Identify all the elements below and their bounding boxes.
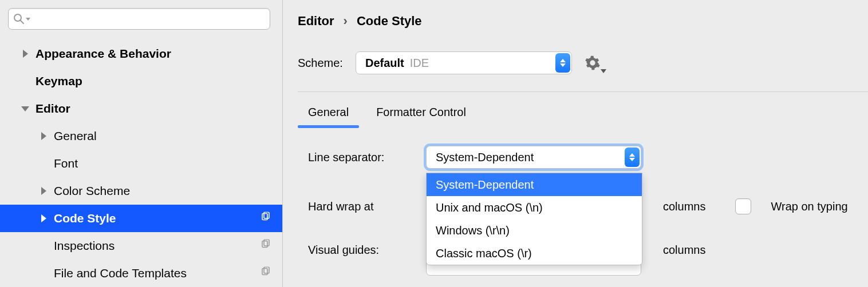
tree-item-color-scheme[interactable]: Color Scheme — [0, 177, 282, 205]
svg-rect-2 — [262, 214, 267, 220]
columns-label: columns — [663, 244, 705, 257]
scheme-combo[interactable]: Default IDE — [356, 51, 572, 74]
chevron-down-icon — [601, 69, 606, 73]
search-input[interactable] — [30, 9, 270, 29]
scheme-actions-button[interactable] — [585, 55, 601, 71]
breadcrumb: Editor › Code Style — [283, 14, 868, 29]
dropdown-option[interactable]: Classic macOS (\r) — [427, 242, 642, 265]
svg-rect-3 — [264, 212, 269, 218]
tree-label: Appearance & Behavior — [35, 47, 171, 61]
tree-item-appearance[interactable]: Appearance & Behavior — [0, 40, 282, 67]
dropdown-option-label: Classic macOS (\r) — [436, 247, 532, 260]
tab-formatter-control[interactable]: Formatter Control — [376, 106, 466, 127]
expand-icon — [38, 214, 49, 222]
tree-label: Editor — [35, 102, 70, 115]
chevron-updown-icon — [555, 53, 570, 73]
tree-label: Code Style — [54, 212, 116, 225]
dropdown-option-label: Unix and macOS (\n) — [436, 201, 543, 214]
dropdown-option-label: System-Dependent — [436, 178, 534, 192]
tree-item-keymap[interactable]: Keymap — [0, 67, 282, 95]
main-panel: Editor › Code Style Scheme: Default IDE … — [283, 0, 868, 287]
tab-label: General — [308, 106, 349, 118]
separator — [298, 91, 868, 92]
tree-item-file-templates[interactable]: File and Code Templates — [0, 260, 282, 287]
dropdown-option[interactable]: Unix and macOS (\n) — [427, 196, 642, 219]
breadcrumb-editor[interactable]: Editor — [298, 14, 334, 29]
tree-label: Inspections — [54, 239, 115, 253]
svg-point-0 — [14, 14, 21, 21]
tree-label: Font — [54, 157, 78, 170]
tree-label: File and Code Templates — [54, 266, 187, 280]
tab-general[interactable]: General — [308, 106, 349, 127]
tab-label: Formatter Control — [376, 106, 466, 118]
tree-item-general[interactable]: General — [0, 122, 282, 150]
breadcrumb-separator: › — [344, 14, 348, 29]
search-box[interactable] — [8, 8, 270, 30]
tree-label: Keymap — [35, 74, 82, 88]
scheme-value: Default — [365, 57, 404, 70]
line-separator-dropdown: System-Dependent Unix and macOS (\n) Win… — [426, 173, 642, 265]
search-icon — [13, 13, 25, 25]
expand-icon — [19, 50, 31, 58]
wrap-on-typing-label: Wrap on typing — [771, 200, 847, 213]
chevron-updown-icon — [625, 148, 640, 167]
collapse-icon — [19, 106, 31, 111]
tree-label: General — [54, 129, 97, 143]
line-separator-select[interactable]: System-Dependent — [426, 146, 641, 169]
svg-rect-7 — [264, 267, 269, 273]
line-separator-label: Line separator: — [308, 151, 413, 164]
svg-rect-6 — [262, 269, 267, 275]
tabs: General Formatter Control — [283, 106, 868, 127]
wrap-on-typing-checkbox[interactable] — [735, 198, 751, 214]
general-form: Line separator: System-Dependent System-… — [283, 144, 868, 263]
settings-sidebar: Appearance & Behavior Keymap Editor Gene… — [0, 0, 283, 287]
tree-label: Color Scheme — [54, 184, 130, 198]
dropdown-option-label: Windows (\r\n) — [436, 224, 510, 237]
columns-label: columns — [663, 200, 705, 213]
profile-scope-icon — [261, 212, 271, 225]
breadcrumb-code-style[interactable]: Code Style — [357, 14, 422, 29]
expand-icon — [38, 132, 49, 140]
tree-item-font[interactable]: Font — [0, 150, 282, 177]
svg-rect-4 — [262, 241, 267, 248]
scheme-scope: IDE — [410, 57, 429, 70]
tree-item-inspections[interactable]: Inspections — [0, 232, 282, 260]
expand-icon — [38, 187, 49, 195]
profile-scope-icon — [261, 267, 271, 280]
tree-item-code-style[interactable]: Code Style — [0, 205, 282, 232]
hard-wrap-label: Hard wrap at — [308, 200, 413, 213]
svg-rect-5 — [264, 240, 269, 246]
gear-icon — [585, 55, 601, 71]
settings-tree: Appearance & Behavior Keymap Editor Gene… — [0, 40, 282, 287]
dropdown-option[interactable]: Windows (\r\n) — [427, 219, 642, 242]
tree-item-editor[interactable]: Editor — [0, 95, 282, 122]
dropdown-option[interactable]: System-Dependent — [427, 173, 642, 196]
search-chevron-icon — [26, 18, 30, 21]
profile-scope-icon — [261, 240, 271, 253]
line-separator-value: System-Dependent — [436, 151, 534, 164]
visual-guides-label: Visual guides: — [308, 244, 413, 257]
svg-line-1 — [21, 21, 23, 23]
scheme-label: Scheme: — [298, 57, 343, 70]
